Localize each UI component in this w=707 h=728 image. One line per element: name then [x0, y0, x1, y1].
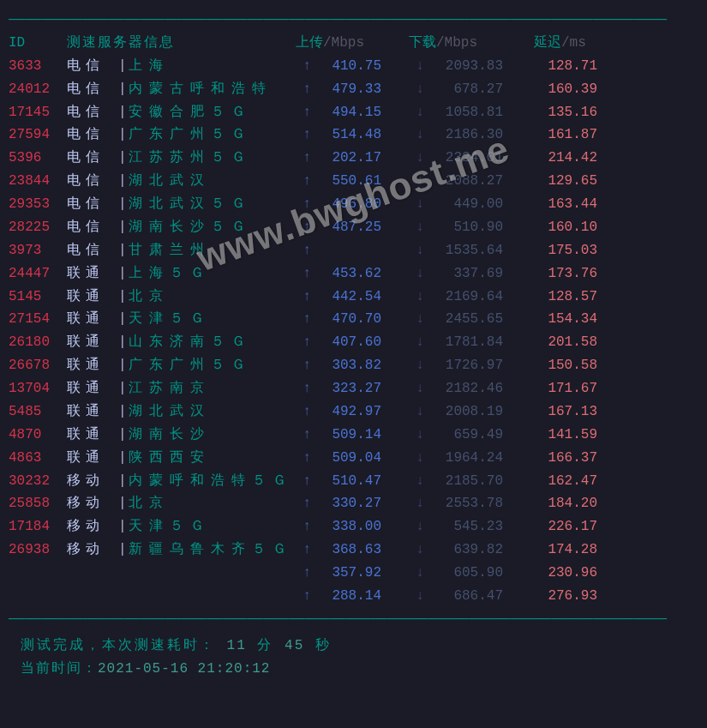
cell-id: 5145 [9, 286, 67, 309]
table-row: 17145电信|安徽合肥５Ｇ↑494.15↓1058.81135.16 [9, 101, 698, 124]
cell-isp: 联通 [67, 424, 118, 447]
table-row: 13704联通|江苏南京↑323.27↓2182.46171.67 [9, 377, 698, 400]
cell-separator: | [118, 78, 129, 101]
cell-latency: 128.71 [527, 55, 597, 78]
table-row: 26678联通|广东广州５Ｇ↑303.82↓1726.97150.58 [9, 354, 698, 377]
cell-latency: 201.58 [527, 331, 597, 354]
arrow-up-icon: ↑ [296, 354, 311, 377]
arrow-down-icon: ↓ [409, 78, 424, 101]
table-row: 3633电信|上海↑410.75↓2093.83128.71 [9, 55, 698, 78]
cell-isp: 电信 [67, 78, 118, 101]
cell-location: 北京 [129, 492, 296, 515]
divider-top: ————————————————————————————————————————… [9, 9, 698, 32]
cell-isp: 移动 [67, 470, 118, 493]
cell-id: 23844 [9, 170, 67, 193]
cell-upload: 202.17 [311, 147, 381, 170]
cell-download: 2455.65 [424, 308, 503, 331]
arrow-down-icon: ↓ [409, 492, 424, 515]
cell-id: 30232 [9, 470, 67, 493]
table-row: 5145联通|北京↑442.54↓2169.64128.57 [9, 286, 698, 309]
cell-separator: | [118, 492, 129, 515]
cell-download: 2088.27 [424, 170, 503, 193]
arrow-down-icon: ↓ [409, 216, 424, 239]
cell-latency: 230.96 [527, 562, 597, 585]
cell-download: 678.27 [424, 78, 503, 101]
arrow-down-icon: ↓ [409, 400, 424, 424]
data-table: 3633电信|上海↑410.75↓2093.83128.7124012电信|内蒙… [9, 55, 698, 608]
cell-download: 1726.97 [424, 354, 503, 377]
table-row: 24012电信|内蒙古呼和浩特↑479.33↓678.27160.39 [9, 78, 698, 101]
arrow-up-icon: ↑ [296, 585, 311, 608]
cell-download: 1058.81 [424, 101, 503, 124]
cell-separator: | [118, 55, 129, 78]
arrow-down-icon: ↓ [409, 147, 424, 170]
cell-location: 山东济南５Ｇ [129, 331, 296, 354]
cell-download: 1964.24 [424, 447, 503, 470]
cell-upload: 323.27 [311, 377, 381, 400]
arrow-up-icon: ↑ [296, 515, 311, 538]
cell-id: 27154 [9, 308, 67, 331]
cell-download: 659.49 [424, 424, 503, 447]
cell-download: 605.90 [424, 562, 503, 585]
arrow-up-icon: ↑ [296, 170, 311, 193]
arrow-down-icon: ↓ [409, 377, 424, 400]
cell-location [129, 562, 296, 585]
cell-location: 内蒙古呼和浩特 [129, 78, 296, 101]
cell-download: 2185.70 [424, 470, 503, 493]
table-row: 23844电信|湖北武汉↑550.61↓2088.27129.65 [9, 170, 698, 193]
cell-latency: 171.67 [527, 377, 597, 400]
cell-separator: | [118, 101, 129, 124]
cell-location: 天津５Ｇ [129, 308, 296, 331]
arrow-down-icon: ↓ [409, 170, 424, 193]
cell-separator [118, 585, 129, 608]
footer-time: 当前时间：2021-05-16 21:20:12 [21, 658, 698, 681]
arrow-down-icon: ↓ [409, 262, 424, 286]
cell-separator: | [118, 354, 129, 377]
cell-location: 广东广州５Ｇ [129, 123, 296, 147]
cell-upload: 494.15 [311, 101, 381, 124]
table-row: 27594电信|广东广州５Ｇ↑514.48↓2186.30161.87 [9, 123, 698, 147]
cell-latency: 166.37 [527, 447, 597, 470]
cell-download: 2182.46 [424, 377, 503, 400]
arrow-up-icon: ↑ [296, 286, 311, 309]
cell-latency: 276.93 [527, 585, 597, 608]
divider-bottom: ————————————————————————————————————————… [9, 608, 698, 631]
cell-id: 26938 [9, 538, 67, 562]
arrow-up-icon: ↑ [296, 447, 311, 470]
arrow-down-icon: ↓ [409, 331, 424, 354]
cell-id: 17145 [9, 101, 67, 124]
cell-separator: | [118, 123, 129, 147]
cell-separator: | [118, 331, 129, 354]
cell-upload: 550.61 [311, 170, 381, 193]
arrow-up-icon: ↑ [296, 55, 311, 78]
table-row: 29353电信|湖北武汉５Ｇ↑496.80↓449.00163.44 [9, 193, 698, 216]
arrow-down-icon: ↓ [409, 424, 424, 447]
sec-label: 秒 [315, 638, 332, 653]
arrow-down-icon: ↓ [409, 55, 424, 78]
cell-isp: 移动 [67, 538, 118, 562]
cell-download: 2008.19 [424, 400, 503, 424]
cell-download: 449.00 [424, 193, 503, 216]
cell-upload: 492.97 [311, 400, 381, 424]
hdr-id: ID [9, 32, 67, 55]
arrow-up-icon: ↑ [296, 78, 311, 101]
cell-isp: 电信 [67, 55, 118, 78]
cell-upload: 509.14 [311, 424, 381, 447]
cell-isp: 电信 [67, 216, 118, 239]
cell-latency: 226.17 [527, 515, 597, 538]
cell-location: 安徽合肥５Ｇ [129, 101, 296, 124]
cell-latency: 135.16 [527, 101, 597, 124]
cell-separator: | [118, 308, 129, 331]
arrow-up-icon: ↑ [296, 470, 311, 493]
cell-id: 26678 [9, 354, 67, 377]
cell-id: 24012 [9, 78, 67, 101]
table-row: 28225电信|湖南长沙５Ｇ↑487.25↓510.90160.10 [9, 216, 698, 239]
cell-id: 5396 [9, 147, 67, 170]
cell-id: 4863 [9, 447, 67, 470]
time-label: 当前时间： [21, 661, 98, 677]
cell-upload: 470.70 [311, 308, 381, 331]
arrow-up-icon: ↑ [296, 216, 311, 239]
cell-upload: 407.60 [311, 331, 381, 354]
cell-separator: | [118, 286, 129, 309]
cell-location: 湖北武汉 [129, 170, 296, 193]
